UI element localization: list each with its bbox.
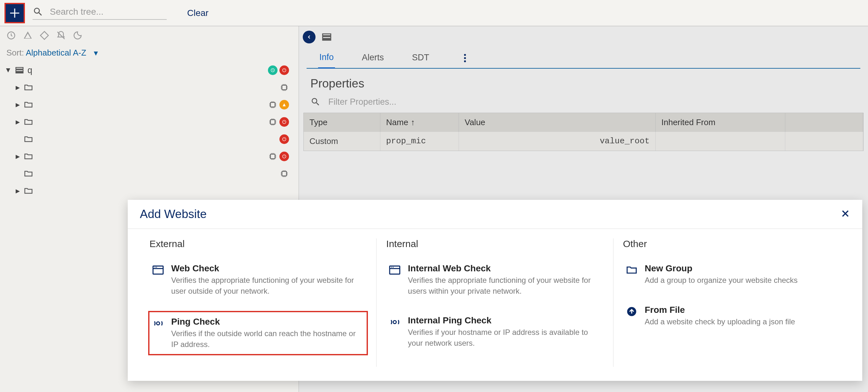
svg-rect-7	[282, 85, 286, 90]
top-bar: Clear	[0, 0, 868, 26]
modal-col-other: Other New GroupAdd a group to organize y…	[614, 238, 850, 367]
moon-filter-icon[interactable]	[73, 31, 83, 40]
modal-title: Add Website	[140, 207, 207, 221]
tree-item[interactable]: ▶	[6, 79, 293, 96]
col-heading-internal: Internal	[386, 238, 603, 249]
cell-name: prop_mic	[380, 132, 459, 151]
option-ping-check[interactable]: Ping CheckVerifies if the outside world …	[148, 311, 368, 355]
table-row[interactable]: Custom prop_mic value_root	[304, 132, 863, 151]
option-from-file[interactable]: From FileAdd a website check by uploadin…	[623, 302, 840, 330]
tree: ▶ q ▶ ▶ ▲ ▶ ▶	[0, 60, 299, 201]
svg-rect-16	[322, 37, 331, 39]
upload-icon	[626, 305, 638, 318]
tree-item[interactable]: ▶ ▲	[6, 96, 293, 113]
svg-rect-12	[271, 154, 275, 159]
group-icon	[321, 32, 332, 42]
plus-icon	[9, 7, 21, 19]
table-header-row: Type Name↑ Value Inherited From	[304, 113, 863, 132]
sort-label: Sort:	[6, 48, 24, 58]
search-icon	[33, 6, 43, 17]
col-value[interactable]: Value	[459, 113, 656, 132]
option-title: Internal Ping Check	[408, 316, 601, 326]
warning-filter-icon[interactable]	[23, 31, 33, 40]
option-desc: Add a group to organize your website che…	[645, 275, 838, 286]
tab-overflow-menu[interactable]	[464, 54, 466, 64]
folder-icon	[24, 83, 33, 92]
properties-table: Type Name↑ Value Inherited From Custom p…	[303, 113, 864, 151]
option-title: From File	[645, 305, 838, 315]
tabs: Info Alerts SDT	[307, 49, 860, 69]
col-inherited[interactable]: Inherited From	[656, 113, 785, 132]
option-desc: Verifies if your hostname or IP address …	[408, 327, 601, 348]
sort-up-icon: ↑	[411, 118, 415, 127]
folder-icon	[24, 134, 33, 144]
tree-item[interactable]: ▶	[6, 131, 293, 148]
option-desc: Verifies if the outside world can reach …	[171, 328, 364, 350]
filter-icon-row	[0, 26, 299, 45]
tab-sdt[interactable]: SDT	[411, 50, 431, 68]
folder-icon	[24, 117, 33, 127]
svg-point-30	[394, 321, 397, 324]
svg-rect-15	[322, 34, 331, 36]
chip-icon	[279, 169, 289, 178]
chevron-down-icon: ▶	[6, 67, 11, 73]
tree-item[interactable]: ▶	[6, 165, 293, 182]
col-heading-other: Other	[623, 238, 840, 249]
search-tree-input[interactable]	[50, 7, 152, 17]
tree-root[interactable]: ▶ q	[6, 62, 293, 79]
col-name[interactable]: Name↑	[380, 113, 459, 132]
option-internal-web-check[interactable]: Internal Web CheckVerifies the appropria…	[386, 260, 603, 299]
add-website-modal: Add Website External Web CheckVerifies t…	[128, 200, 862, 381]
tree-item[interactable]: ▶	[6, 113, 293, 131]
folder-icon	[626, 264, 638, 276]
svg-point-19	[464, 57, 466, 59]
bell-off-filter-icon[interactable]	[56, 31, 66, 40]
collapse-sidebar-button[interactable]	[303, 31, 315, 43]
sort-row[interactable]: Sort: Alphabetical A-Z ▼	[0, 45, 299, 60]
modal-close-button[interactable]	[840, 209, 850, 220]
tab-info[interactable]: Info	[318, 49, 335, 69]
chip-icon	[279, 83, 289, 92]
option-title: Internal Web Check	[408, 263, 601, 273]
svg-rect-21	[153, 266, 163, 274]
add-button[interactable]	[4, 3, 25, 23]
svg-rect-2	[16, 67, 23, 69]
option-new-group[interactable]: New GroupAdd a group to organize your we…	[623, 260, 840, 289]
svg-point-23	[155, 267, 156, 268]
tree-item[interactable]: ▶	[6, 148, 293, 165]
svg-point-24	[156, 267, 157, 268]
option-title: Web Check	[171, 263, 364, 273]
sort-value: Alphabetical A-Z	[26, 48, 86, 58]
cell-type: Custom	[304, 132, 380, 151]
tree-item[interactable]: ▶	[6, 182, 293, 199]
svg-point-29	[393, 267, 394, 268]
svg-rect-3	[16, 70, 23, 71]
svg-rect-4	[16, 72, 23, 73]
clock-filter-icon[interactable]	[6, 31, 16, 40]
browser-icon	[152, 264, 164, 276]
option-web-check[interactable]: Web CheckVerifies the appropriate functi…	[150, 260, 367, 299]
ping-icon	[152, 317, 164, 329]
chip-icon	[268, 152, 278, 161]
svg-point-28	[392, 267, 393, 268]
option-internal-ping-check[interactable]: Internal Ping CheckVerifies if your host…	[386, 312, 603, 352]
status-badge-critical	[279, 117, 289, 127]
tab-alerts[interactable]: Alerts	[361, 50, 385, 68]
clear-search-link[interactable]: Clear	[187, 8, 209, 18]
status-badge-sdt	[268, 65, 278, 75]
modal-col-external: External Web CheckVerifies the appropria…	[140, 238, 376, 367]
option-desc: Verifies the appropriate functioning of …	[171, 275, 364, 296]
folder-icon	[24, 100, 33, 109]
chip-icon	[268, 117, 278, 127]
search-icon	[310, 97, 321, 107]
svg-rect-8	[271, 102, 275, 107]
svg-rect-26	[390, 266, 400, 274]
diamond-filter-icon[interactable]	[40, 31, 49, 40]
svg-point-18	[464, 54, 466, 56]
cell-value: value_root	[459, 132, 656, 151]
sort-caret-icon: ▼	[92, 49, 99, 57]
col-type[interactable]: Type	[304, 113, 380, 132]
filter-properties-input[interactable]	[328, 97, 443, 107]
option-title: New Group	[645, 263, 838, 273]
chevron-right-icon: ▶	[15, 102, 21, 107]
